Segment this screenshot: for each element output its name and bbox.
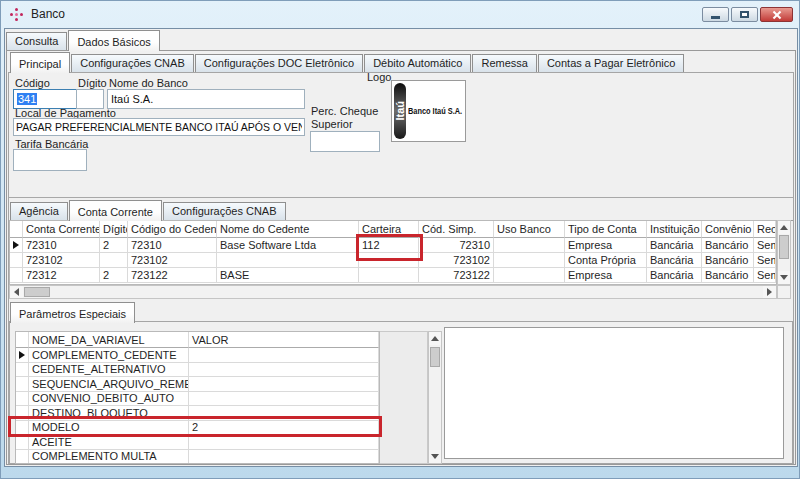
cell-convenio[interactable]: Bancário [702, 238, 754, 253]
tab-conta-corrente[interactable]: Conta Corrente [69, 200, 162, 221]
table-row[interactable]: CEDENTE_ALTERNATIVO [16, 363, 379, 378]
cell-tipo-de-conta[interactable]: Empresa [565, 238, 647, 253]
table-row[interactable]: COMPLEMENTO_CEDENTE [16, 348, 379, 363]
tab-label: Configurações DOC Eletrônico [204, 57, 354, 69]
column-header[interactable]: NOME_DA_VARIAVEL [29, 332, 189, 348]
scroll-left-button[interactable] [10, 286, 23, 298]
cell-conta-corrente[interactable]: 723102 [23, 253, 100, 268]
cell-codigo-cedente[interactable]: 723122 [128, 268, 217, 283]
cell-instituicao[interactable]: Bancária [647, 238, 702, 253]
cell-nome-cedente[interactable]: Base Software Ltda [217, 238, 359, 253]
cell-valor[interactable] [189, 363, 379, 378]
nome-banco-field[interactable] [107, 89, 305, 109]
tab-consulta[interactable]: Consulta [6, 32, 67, 50]
column-header[interactable]: Dígito [100, 221, 128, 238]
cell-conta-corrente[interactable]: 72310 [23, 238, 100, 253]
scroll-up-button[interactable] [778, 221, 790, 234]
column-header[interactable]: Conta Corrente [23, 221, 100, 238]
scroll-right-button[interactable] [763, 286, 776, 298]
column-header[interactable]: Tipo de Conta [565, 221, 647, 238]
cell-codigo-cedente[interactable]: 723102 [128, 253, 217, 268]
column-header[interactable]: Reo [754, 221, 776, 238]
perc-cheque-superior-field[interactable] [310, 131, 380, 152]
cell-valor[interactable] [189, 392, 379, 407]
local-pagamento-field[interactable] [13, 118, 305, 136]
cell-codigo-cedente[interactable]: 72310 [128, 238, 217, 253]
scroll-down-button[interactable] [778, 271, 790, 284]
cell-reo[interactable]: Sem [754, 268, 776, 283]
params-grid: NOME_DA_VARIAVEL VALOR COMPLEMENTO_CEDEN… [15, 331, 380, 464]
cell-digito[interactable] [100, 253, 128, 268]
table-row[interactable]: SEQUENCIA_ARQUIVO_REMESSA [16, 377, 379, 392]
params-grid-vscrollbar[interactable] [428, 331, 442, 464]
cell-cod-simp[interactable]: 723122 [419, 268, 494, 283]
titlebar[interactable]: Banco [1, 1, 799, 28]
table-row[interactable]: ACEITE [16, 435, 379, 450]
cell-nome-cedente[interactable]: BASE [217, 268, 359, 283]
cell-cod-simp[interactable]: 723102 [419, 253, 494, 268]
cell-tipo-de-conta[interactable]: Conta Própria [565, 253, 647, 268]
scroll-down-button[interactable] [429, 450, 441, 463]
cell-instituicao[interactable]: Bancária [647, 268, 702, 283]
column-header[interactable]: Código do Cedente [128, 221, 217, 238]
minimize-button[interactable] [702, 7, 729, 22]
tab-principal[interactable]: Principal [10, 52, 70, 73]
tab-configuracoes-cnab[interactable]: Configurações CNAB [71, 54, 194, 72]
tab-dados-basicos[interactable]: Dados Básicos [68, 30, 159, 51]
accounts-grid-vscrollbar[interactable] [777, 220, 791, 285]
vscrollbar-thumb[interactable] [430, 347, 440, 367]
cell-digito[interactable]: 2 [100, 238, 128, 253]
table-row[interactable]: CONVENIO_DEBITO_AUTO [16, 392, 379, 407]
tab-agencia[interactable]: Agência [10, 202, 68, 220]
cell-nome-da-variavel[interactable]: ACEITE [29, 435, 189, 450]
cell-reo[interactable]: Sem [754, 253, 776, 268]
cell-tipo-de-conta[interactable]: Empresa [565, 268, 647, 283]
tarifa-bancaria-field[interactable] [13, 149, 87, 171]
column-header[interactable]: VALOR [189, 332, 379, 348]
cell-uso-banco[interactable] [494, 268, 565, 283]
tab-configuracoes-doc-eletronico[interactable]: Configurações DOC Eletrônico [195, 54, 363, 72]
vscrollbar-thumb[interactable] [779, 235, 789, 259]
table-row[interactable]: COMPLEMENTO MULTA [16, 450, 379, 465]
cell-nome-da-variavel[interactable]: COMPLEMENTO_CEDENTE [29, 348, 189, 363]
cell-valor[interactable] [189, 435, 379, 450]
digito-field[interactable] [76, 89, 104, 109]
hscrollbar-thumb[interactable] [24, 287, 50, 297]
cell-reo[interactable]: Sem [754, 238, 776, 253]
tab-contas-a-pagar-eletronico[interactable]: Contas a Pagar Eletrônico [538, 54, 684, 72]
tab-parametros-especiais[interactable]: Parâmetros Especiais [10, 302, 135, 323]
cell-nome-da-variavel[interactable]: COMPLEMENTO MULTA [29, 450, 189, 465]
params-grid-header-row: NOME_DA_VARIAVEL VALOR [16, 332, 379, 348]
column-header[interactable]: Uso Banco [494, 221, 565, 238]
cell-digito[interactable]: 2 [100, 268, 128, 283]
cell-uso-banco[interactable] [494, 253, 565, 268]
accounts-grid-hscrollbar[interactable] [9, 285, 777, 299]
tab-remessa[interactable]: Remessa [472, 54, 536, 72]
cell-instituicao[interactable]: Bancária [647, 253, 702, 268]
cell-valor[interactable] [189, 450, 379, 465]
parametro-valor-memo[interactable] [444, 327, 784, 459]
column-header[interactable]: Convênio [702, 221, 754, 238]
maximize-button[interactable] [731, 7, 758, 22]
cell-cod-simp[interactable]: 72310 [419, 238, 494, 253]
cell-carteira[interactable] [359, 268, 419, 283]
cell-valor[interactable] [189, 348, 379, 363]
cell-nome-da-variavel[interactable]: CEDENTE_ALTERNATIVO [29, 363, 189, 378]
cell-convenio[interactable]: Bancário [702, 268, 754, 283]
column-header[interactable]: Nome do Cedente [217, 221, 359, 238]
tab-configuracoes-cnab-inner[interactable]: Configurações CNAB [163, 202, 286, 220]
cell-nome-cedente[interactable] [217, 253, 359, 268]
table-row[interactable]: 72312 2 723122 BASE 723122 Empresa Bancá… [10, 268, 776, 283]
cell-valor[interactable] [189, 377, 379, 392]
window-title: Banco [31, 7, 65, 21]
cell-nome-da-variavel[interactable]: SEQUENCIA_ARQUIVO_REMESSA [29, 377, 189, 392]
tab-debito-automatico[interactable]: Débito Automático [364, 54, 471, 72]
scroll-up-button[interactable] [429, 332, 441, 345]
cell-uso-banco[interactable] [494, 238, 565, 253]
column-header[interactable]: Instituição [647, 221, 702, 238]
cell-conta-corrente[interactable]: 72312 [23, 268, 100, 283]
column-header[interactable]: Cód. Simp. [419, 221, 494, 238]
cell-convenio[interactable]: Bancário [702, 253, 754, 268]
close-button[interactable] [760, 7, 793, 22]
cell-nome-da-variavel[interactable]: CONVENIO_DEBITO_AUTO [29, 392, 189, 407]
